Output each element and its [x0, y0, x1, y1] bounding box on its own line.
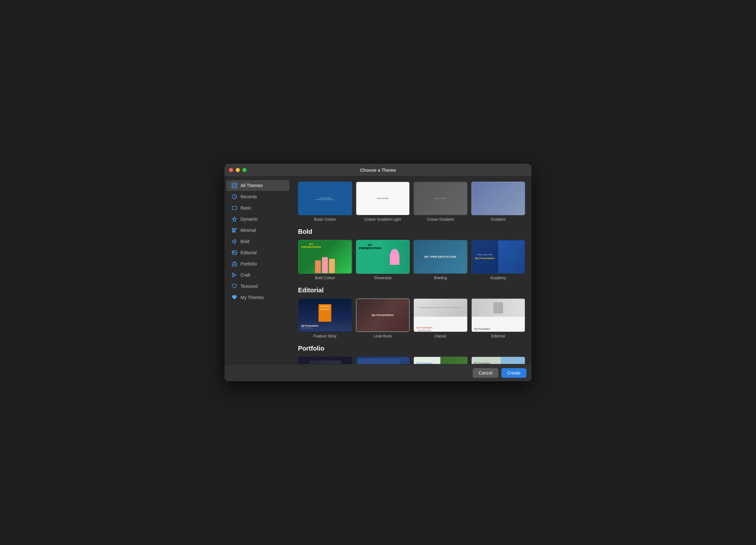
- sidebar-item-my-themes[interactable]: My Themes: [226, 292, 289, 303]
- theme-bold-colour[interactable]: MYPRESENTATION Bold Colour: [298, 240, 352, 280]
- theme-label-basic-colour: Basic Colour: [298, 217, 352, 222]
- close-button[interactable]: [229, 168, 233, 172]
- sidebar-label-dynamic: Dynamic: [240, 217, 258, 222]
- theme-label-classic: Classic: [413, 334, 468, 338]
- traffic-lights: [229, 168, 247, 172]
- theme-label-gradient: Gradient: [471, 217, 525, 222]
- sidebar-label-craft: Craft: [240, 273, 250, 278]
- svg-point-14: [232, 273, 234, 275]
- sidebar-item-portfolio[interactable]: Portfolio: [226, 258, 289, 269]
- sidebar-item-basic[interactable]: Basic: [226, 202, 289, 213]
- theme-industrial[interactable]: My Presentation Donec quis nunc Industri…: [298, 357, 352, 364]
- theme-label-colour-gradient-light: Colour Gradient Light: [356, 217, 410, 222]
- window-title: Choose a Theme: [360, 168, 396, 173]
- cancel-button[interactable]: Cancel: [473, 368, 498, 378]
- sparkle-icon: [232, 216, 237, 222]
- bold-section-title: Bold: [298, 228, 525, 235]
- lines-icon: [232, 227, 237, 233]
- svg-rect-7: [232, 230, 235, 231]
- sidebar-item-all-themes[interactable]: All Themes: [226, 180, 289, 191]
- theme-label-look-book: Look Book: [356, 334, 410, 338]
- theme-colour-gradient[interactable]: Author and Date Colour Gradient: [413, 182, 468, 222]
- grid-icon: [232, 183, 237, 188]
- bold-section: Bold MYPRESENTATI: [298, 228, 525, 280]
- sidebar-label-textured: Textured: [240, 284, 258, 289]
- sidebar-item-textured[interactable]: Textured: [226, 281, 289, 292]
- scissors-icon: [232, 272, 237, 278]
- svg-rect-5: [232, 206, 237, 209]
- minimize-button[interactable]: [236, 168, 240, 172]
- theme-chooser-window: Choose a Theme All Themes: [224, 164, 532, 381]
- svg-rect-8: [232, 232, 236, 232]
- theme-graph-paper[interactable]: My Presentation Donec quis more Graph Pa…: [413, 357, 468, 364]
- sidebar-label-editorial: Editorial: [240, 250, 257, 255]
- sidebar-item-minimal[interactable]: Minimal: [226, 225, 289, 236]
- theme-classic[interactable]: My Presentation Lorem ipsum dolor Classi…: [413, 298, 468, 338]
- theme-label-academy: Academy: [471, 276, 525, 280]
- sidebar-item-recents[interactable]: Recents: [226, 191, 289, 202]
- sidebar-label-minimal: Minimal: [240, 228, 256, 233]
- theme-briefing[interactable]: MY PRESENTATION Briefing: [413, 240, 468, 280]
- theme-label-bold-colour: Bold Colour: [298, 276, 352, 280]
- theme-showcase[interactable]: MYPRESENTATION Showcase: [356, 240, 410, 280]
- sidebar-label-recents: Recents: [240, 194, 257, 199]
- sidebar-label-bold: Bold: [240, 239, 249, 244]
- theme-academy[interactable]: Donec quis nunc My Presentation Academy: [471, 240, 525, 280]
- portfolio-theme-grid: My Presentation Donec quis nunc Industri…: [298, 357, 525, 364]
- theme-label-editorial: Editorial: [471, 334, 525, 338]
- sidebar-item-editorial[interactable]: Editorial: [226, 247, 289, 258]
- bold-theme-grid: MYPRESENTATION Bold Colour: [298, 240, 525, 280]
- theme-label-colour-gradient: Colour Gradient: [413, 217, 468, 222]
- theme-colour-gradient-light[interactable]: Author and Date Colour Gradient Light: [356, 182, 410, 222]
- theme-label-briefing: Briefing: [413, 276, 468, 280]
- svg-rect-3: [235, 186, 237, 188]
- sidebar: All Themes Recents Basi: [224, 177, 292, 364]
- theme-editorial[interactable]: My Presentation Editorial: [471, 298, 525, 338]
- svg-rect-0: [232, 183, 234, 185]
- heart-icon: [232, 295, 237, 300]
- theme-label-showcase: Showcase: [356, 276, 410, 280]
- footer: Cancel Create: [224, 364, 532, 381]
- speaker-icon: [232, 239, 237, 244]
- sidebar-label-basic: Basic: [240, 205, 251, 210]
- sidebar-item-bold[interactable]: Bold: [226, 236, 289, 247]
- top-section: Author and Date Basic Colour Author and …: [298, 182, 525, 222]
- content-area: All Themes Recents Basi: [224, 177, 532, 364]
- briefcase-icon: [232, 261, 237, 267]
- editorial-section-title: Editorial: [298, 287, 525, 294]
- sidebar-label-my-themes: My Themes: [240, 295, 264, 300]
- editorial-section: Editorial: [298, 287, 525, 338]
- maximize-button[interactable]: [242, 168, 247, 172]
- theme-feature-story[interactable]: My Presentation Donec quis nunc Feature …: [298, 298, 352, 338]
- theme-gradient[interactable]: Gradient: [471, 182, 525, 222]
- main-content: Author and Date Basic Colour Author and …: [292, 177, 532, 364]
- editorial-theme-grid: My Presentation Donec quis nunc Feature …: [298, 298, 525, 338]
- portfolio-section-title: Portfolio: [298, 345, 525, 352]
- sidebar-label-portfolio: Portfolio: [240, 261, 257, 266]
- photo-icon: [232, 250, 237, 256]
- theme-look-book[interactable]: My Presentation Look Book: [356, 298, 410, 338]
- titlebar: Choose a Theme: [224, 164, 532, 177]
- theme-basic-colour[interactable]: Author and Date Basic Colour: [298, 182, 352, 222]
- svg-rect-6: [232, 228, 237, 229]
- heart-outline-icon: [232, 283, 237, 289]
- svg-rect-2: [232, 186, 234, 188]
- square-icon: [232, 205, 237, 211]
- portfolio-section: Portfolio My Presentation Donec quis: [298, 345, 525, 364]
- theme-blueprint[interactable]: MY PRESENTATION DONEC QUIS NUNC Blueprin…: [356, 357, 410, 364]
- theme-chalkboard[interactable]: My Presentation Donec quis nunc Chalkboa…: [471, 357, 525, 364]
- svg-point-15: [232, 276, 234, 277]
- clock-icon: [232, 194, 237, 200]
- theme-label-feature-story: Feature Story: [298, 334, 352, 338]
- svg-rect-1: [235, 183, 237, 185]
- sidebar-label-all-themes: All Themes: [240, 183, 263, 188]
- create-button[interactable]: Create: [501, 368, 526, 378]
- svg-marker-9: [232, 239, 235, 244]
- sidebar-item-dynamic[interactable]: Dynamic: [226, 214, 289, 225]
- sidebar-item-craft[interactable]: Craft: [226, 270, 289, 280]
